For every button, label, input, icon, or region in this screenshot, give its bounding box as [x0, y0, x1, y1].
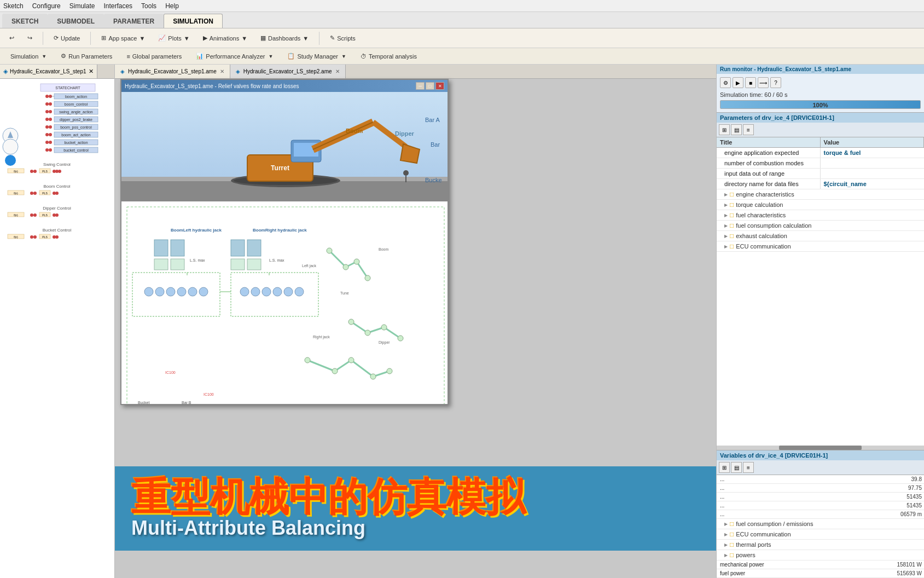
monitor-play-btn[interactable]: ▶ [733, 77, 743, 88]
vars-folder-3[interactable]: ▶ □ thermal ports [717, 540, 924, 550]
animations-arrow: ▼ [241, 35, 247, 42]
redo-button[interactable]: ↪ [22, 32, 37, 44]
param-value-2 [821, 158, 925, 168]
vars-folder-4[interactable]: ▶ □ powers [717, 550, 924, 560]
popup-maximize[interactable]: □ [426, 82, 434, 90]
close-tab-1[interactable]: ✕ [89, 68, 94, 75]
param-folder-2[interactable]: ▶ □ torque calculation [717, 200, 924, 210]
svg-text:Swing Control: Swing Control [43, 162, 71, 167]
folder-arrow-1: ▶ [724, 192, 728, 197]
tab-simulation[interactable]: SIMULATION [164, 14, 223, 28]
popup-close[interactable]: ✕ [435, 82, 444, 90]
menu-tools[interactable]: Tools [141, 2, 156, 10]
undo-button[interactable]: ↩ [4, 32, 19, 44]
folder-arrow-2: ▶ [724, 203, 728, 207]
monitor-settings-btn[interactable]: ⚙ [720, 77, 731, 88]
run-monitor: Run monitor - Hydraulic_Excavator_LS_ste… [717, 65, 924, 113]
folder-icon-1: □ [730, 190, 734, 198]
param-name-2: number of combustion modes [717, 158, 821, 168]
temporal-btn[interactable]: ⏱ Temporal analysis [355, 51, 423, 61]
run-params-label: Run Parameters [68, 53, 112, 60]
param-folder-6[interactable]: ▶ □ ECU communication [717, 241, 924, 252]
ribbon-tabs: SKETCH SUBMODEL PARAMETER SIMULATION [0, 12, 924, 28]
folder-icon-4: □ [730, 222, 734, 229]
param-name-text-1: engine application expected [724, 149, 799, 156]
doc-tab-1[interactable]: ◈ Hydraulic_Excavator_LS_step1.ame ✕ [0, 65, 97, 78]
svg-point-25 [49, 133, 52, 136]
var-row-fuel-power[interactable]: fuel power 515693 W [717, 569, 924, 578]
param-row-3[interactable]: input data out of range [717, 169, 924, 179]
vars-folder-2[interactable]: ▶ □ ECU communication [717, 529, 924, 540]
vars-tool-2[interactable]: ▤ [731, 462, 742, 473]
param-row-4[interactable]: directory name for data files ${circuit_… [717, 179, 924, 189]
svg-text:f(n): f(n) [14, 235, 18, 239]
params-scrollbar[interactable] [717, 446, 924, 450]
param-folder-4[interactable]: ▶ □ fuel consumption calculation [717, 221, 924, 231]
menu-configure[interactable]: Configure [32, 2, 61, 10]
center-tab-2[interactable]: ◈ Hydraulic_Excavator_LS_step2.ame ✕ [230, 65, 346, 78]
param-folder-5[interactable]: ▶ □ exhaust calculation [717, 231, 924, 241]
vars-folder-icon-2: □ [730, 530, 734, 538]
plots-button[interactable]: 📈 Plots ▼ [153, 32, 194, 44]
popup-schematic[interactable]: BoomLeft hydraulic jack BoomRight hydrau… [121, 201, 448, 404]
params-tool-1[interactable]: ⊞ [719, 124, 730, 135]
svg-rect-110 [247, 259, 261, 270]
scripts-button[interactable]: ✎ Scripts [325, 32, 361, 44]
var-row-data-3[interactable]: ... 51435 [717, 493, 924, 501]
param-row-1[interactable]: engine application expected torque & fue… [717, 148, 924, 158]
var-row-mech-power[interactable]: mechanical power 158101 W [717, 560, 924, 569]
params-tool-3[interactable]: ≡ [743, 124, 754, 135]
svg-text:L.S. max: L.S. max [269, 258, 284, 262]
params-title-label: Parameters of drv_ice_4 [DRVICE01H-1] [720, 114, 834, 121]
global-params-btn[interactable]: ≡ Global parameters [120, 51, 188, 61]
params-toolbar: ⊞ ▤ ≡ [717, 123, 924, 137]
simulation-btn[interactable]: Simulation ▼ [4, 51, 53, 61]
update-button[interactable]: ⟳ Update [49, 32, 85, 44]
center-tab-label-1: Hydraulic_Excavator_LS_step1.ame [128, 68, 217, 74]
appspace-button[interactable]: ⊞ App space ▼ [96, 32, 150, 44]
tab-sketch[interactable]: SKETCH [2, 14, 48, 28]
center-close-1[interactable]: ✕ [220, 68, 224, 74]
svg-point-122 [273, 287, 282, 296]
vars-tool-3[interactable]: ≡ [743, 462, 754, 473]
monitor-help-btn[interactable]: ? [770, 77, 781, 88]
study-manager-btn[interactable]: 📋 Study Manager ▼ [281, 51, 352, 61]
param-folder-1[interactable]: ▶ □ engine characteristics [717, 189, 924, 200]
svg-text:Boom Control: Boom Control [44, 184, 71, 189]
dashboards-button[interactable]: ▦ Dashboards ▼ [255, 32, 313, 44]
params-scrollthumb[interactable] [779, 446, 862, 450]
tab-parameter[interactable]: PARAMETER [104, 14, 164, 28]
plots-label: Plots [168, 35, 181, 42]
vars-folder-icon-1: □ [730, 520, 734, 528]
vars-folder-arrow-4: ▶ [724, 553, 728, 558]
params-tool-2[interactable]: ▤ [731, 124, 742, 135]
dashboards-arrow: ▼ [303, 35, 309, 42]
vars-tool-1[interactable]: ⊞ [719, 462, 730, 473]
monitor-stop-btn[interactable]: ■ [745, 77, 756, 88]
plots-icon: 📈 [158, 34, 166, 42]
var-row-data-4[interactable]: ... 51435 [717, 501, 924, 510]
vars-folder-arrow-1: ▶ [724, 522, 728, 527]
menu-sketch[interactable]: Sketch [3, 2, 24, 10]
monitor-step-btn[interactable]: ⟿ [758, 77, 769, 88]
perf-analyzer-btn[interactable]: 📊 Performance Analyzer ▼ [190, 51, 279, 61]
center-tab-1[interactable]: ◈ Hydraulic_Excavator_LS_step1.ame ✕ [115, 65, 230, 78]
menu-interfaces[interactable]: Interfaces [103, 2, 132, 10]
svg-point-68 [33, 235, 37, 239]
center-close-2[interactable]: ✕ [335, 68, 340, 74]
var-row-data-2[interactable]: ... 97.75 [717, 484, 924, 493]
animations-button[interactable]: ▶ Animations ▼ [198, 32, 252, 44]
vars-folder-label-4: powers [736, 552, 755, 558]
vars-folder-1[interactable]: ▶ □ fuel consumption / emissions [717, 519, 924, 529]
param-folder-3[interactable]: ▶ □ fuel characteristics [717, 210, 924, 221]
run-params-btn[interactable]: ⚙ Run Parameters [55, 51, 118, 61]
menu-simulate[interactable]: Simulate [69, 2, 95, 10]
var-row-data-1[interactable]: ... 39.8 [717, 475, 924, 484]
param-row-2[interactable]: number of combustion modes [717, 158, 924, 169]
popup-minimize[interactable]: ─ [416, 82, 425, 90]
tab-submodel[interactable]: SUBMODEL [48, 14, 104, 28]
svg-text:swing_angle_action: swing_angle_action [59, 110, 93, 114]
var-row-data-5[interactable]: ... 06579 m [717, 510, 924, 519]
menu-help[interactable]: Help [165, 2, 179, 10]
vars-title-label: Variables of drv_ice_4 [DRVICE01H-1] [720, 452, 828, 459]
